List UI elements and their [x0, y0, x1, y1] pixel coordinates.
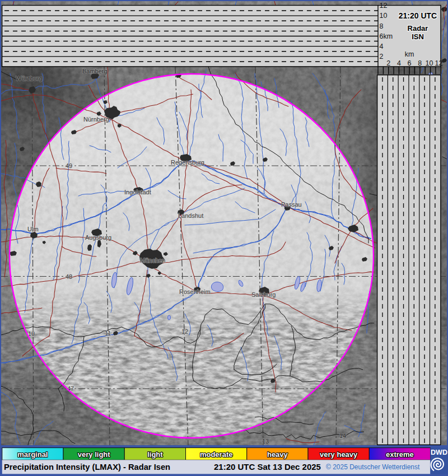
svg-text:marginal: marginal — [17, 450, 48, 459]
svg-text:heavy: heavy — [267, 450, 288, 459]
svg-text:München: München — [140, 257, 165, 264]
svg-text:extreme: extreme — [386, 450, 414, 459]
svg-text:6km: 6km — [380, 32, 393, 40]
svg-text:4: 4 — [397, 59, 401, 67]
svg-text:49: 49 — [66, 162, 72, 169]
svg-text:10: 10 — [380, 12, 388, 20]
svg-text:Bamberg: Bamberg — [82, 68, 108, 74]
svg-text:Ulm: Ulm — [27, 226, 39, 232]
svg-text:11: 11 — [105, 330, 111, 337]
svg-text:very light: very light — [78, 450, 110, 459]
svg-text:13: 13 — [262, 438, 269, 445]
svg-text:14: 14 — [339, 432, 346, 439]
svg-text:10: 10 — [426, 59, 433, 67]
svg-text:ISN: ISN — [412, 32, 424, 41]
svg-text:Augsburg: Augsburg — [85, 234, 111, 241]
svg-text:Passau: Passau — [281, 201, 302, 208]
svg-text:8: 8 — [380, 22, 384, 30]
svg-text:21:20 UTC Sat 13 Dec 2025: 21:20 UTC Sat 13 Dec 2025 — [214, 462, 321, 472]
svg-text:Radar: Radar — [408, 24, 428, 32]
svg-text:12: 12 — [181, 328, 188, 335]
svg-text:DWD: DWD — [431, 449, 447, 456]
svg-text:10: 10 — [28, 330, 35, 337]
svg-text:Nürnberg: Nürnberg — [83, 116, 109, 123]
svg-text:km: km — [405, 50, 414, 58]
svg-text:21:20 UTC: 21:20 UTC — [399, 11, 437, 20]
svg-text:Würzburg: Würzburg — [16, 75, 43, 82]
svg-text:2: 2 — [386, 59, 390, 67]
svg-text:© 2025 Deutscher Wetterdienst: © 2025 Deutscher Wetterdienst — [326, 463, 420, 471]
svg-text:Landshut: Landshut — [178, 212, 203, 219]
svg-text:Precipitation Intensity (LMAX): Precipitation Intensity (LMAX) - Radar I… — [4, 463, 170, 472]
svg-text:47: 47 — [67, 385, 74, 392]
svg-text:6: 6 — [408, 59, 412, 67]
svg-text:2: 2 — [380, 53, 384, 60]
svg-text:very heavy: very heavy — [320, 450, 358, 459]
svg-text:4: 4 — [380, 43, 384, 50]
svg-text:Rosenheim: Rosenheim — [179, 288, 211, 295]
svg-text:Salzburg: Salzburg — [251, 291, 276, 298]
svg-text:8: 8 — [418, 59, 422, 67]
svg-text:48: 48 — [66, 273, 72, 280]
svg-text:12: 12 — [380, 2, 388, 10]
svg-text:moderate: moderate — [200, 450, 233, 459]
svg-text:Regensburg: Regensburg — [171, 159, 204, 166]
svg-text:12: 12 — [435, 59, 443, 67]
svg-text:Ingolstadt: Ingolstadt — [124, 189, 151, 195]
svg-text:light: light — [147, 450, 163, 459]
